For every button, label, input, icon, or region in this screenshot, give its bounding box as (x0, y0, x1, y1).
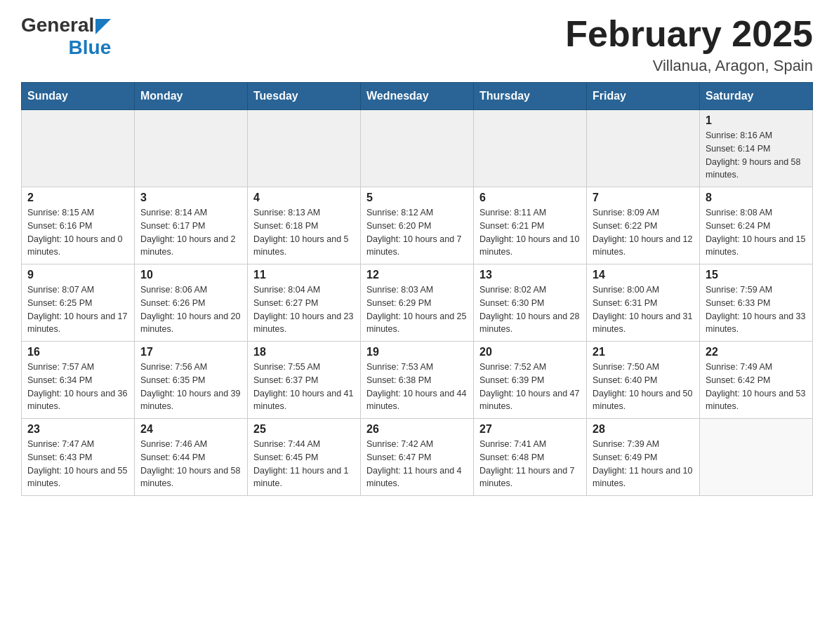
day-info-text: Daylight: 10 hours and 23 minutes. (253, 310, 355, 337)
day-number: 24 (140, 423, 241, 436)
day-info-text: Daylight: 10 hours and 39 minutes. (140, 387, 241, 414)
day-info-text: Daylight: 10 hours and 33 minutes. (706, 310, 807, 337)
day-number: 21 (593, 346, 694, 358)
day-info-text: Sunset: 6:43 PM (27, 451, 128, 464)
day-info-text: Daylight: 10 hours and 47 minutes. (479, 387, 581, 414)
day-info-text: Sunset: 6:47 PM (366, 451, 468, 464)
day-info-text: Sunset: 6:37 PM (253, 374, 355, 387)
day-info-text: Sunset: 6:25 PM (27, 297, 128, 310)
day-info-text: Sunrise: 7:52 AM (479, 361, 581, 374)
day-info-text: Daylight: 10 hours and 20 minutes. (140, 310, 241, 337)
day-number: 19 (366, 346, 468, 358)
calendar-cell: 2Sunrise: 8:15 AMSunset: 6:16 PMDaylight… (22, 187, 135, 264)
day-number: 25 (253, 423, 355, 436)
calendar-title: February 2025 (565, 14, 813, 54)
day-info-text: Sunrise: 8:15 AM (27, 206, 128, 220)
day-number: 12 (366, 269, 468, 281)
day-info-text: Daylight: 10 hours and 15 minutes. (706, 233, 807, 260)
day-info-text: Sunset: 6:35 PM (140, 374, 241, 387)
day-info-text: Sunrise: 8:13 AM (253, 206, 355, 220)
day-info-text: Sunset: 6:49 PM (593, 451, 694, 464)
calendar-week-row: 1Sunrise: 8:16 AMSunset: 6:14 PMDaylight… (22, 110, 813, 187)
calendar-subtitle: Villanua, Aragon, Spain (565, 57, 813, 75)
day-info-text: Sunset: 6:42 PM (706, 374, 807, 387)
day-number: 3 (140, 192, 241, 204)
day-info-text: Daylight: 10 hours and 55 minutes. (27, 464, 128, 491)
weekday-header-row: SundayMondayTuesdayWednesdayThursdayFrid… (22, 83, 813, 110)
calendar-cell: 22Sunrise: 7:49 AMSunset: 6:42 PMDayligh… (700, 342, 813, 419)
weekday-header-tuesday: Tuesday (248, 83, 361, 110)
day-info-text: Sunrise: 8:03 AM (366, 283, 468, 297)
logo-general: General (21, 14, 94, 36)
day-info-text: Daylight: 10 hours and 0 minutes. (27, 233, 128, 260)
logo-blue: Blue (69, 36, 112, 58)
day-number: 8 (706, 192, 807, 204)
day-info-text: Daylight: 10 hours and 28 minutes. (479, 310, 581, 337)
day-info-text: Sunset: 6:39 PM (479, 374, 581, 387)
calendar-cell: 20Sunrise: 7:52 AMSunset: 6:39 PMDayligh… (474, 342, 587, 419)
day-info-text: Sunrise: 7:56 AM (140, 361, 241, 374)
day-info-text: Sunset: 6:40 PM (593, 374, 694, 387)
calendar-week-row: 2Sunrise: 8:15 AMSunset: 6:16 PMDaylight… (22, 187, 813, 264)
calendar-cell: 23Sunrise: 7:47 AMSunset: 6:43 PMDayligh… (22, 419, 135, 496)
day-info-text: Sunset: 6:14 PM (706, 142, 807, 156)
day-info-text: Daylight: 10 hours and 50 minutes. (593, 387, 694, 414)
day-number: 22 (706, 346, 807, 358)
weekday-header-thursday: Thursday (474, 83, 587, 110)
day-info-text: Sunset: 6:33 PM (706, 297, 807, 310)
calendar-cell (587, 110, 700, 187)
day-info-text: Daylight: 10 hours and 7 minutes. (366, 233, 468, 260)
calendar-cell (22, 110, 135, 187)
day-info-text: Daylight: 10 hours and 31 minutes. (593, 310, 694, 337)
calendar-cell: 21Sunrise: 7:50 AMSunset: 6:40 PMDayligh… (587, 342, 700, 419)
logo-triangle-icon (95, 19, 111, 34)
day-number: 15 (706, 269, 807, 281)
day-info-text: Sunrise: 7:42 AM (366, 438, 468, 451)
calendar-cell: 5Sunrise: 8:12 AMSunset: 6:20 PMDaylight… (361, 187, 474, 264)
day-info-text: Daylight: 10 hours and 17 minutes. (27, 310, 128, 337)
calendar-cell: 17Sunrise: 7:56 AMSunset: 6:35 PMDayligh… (135, 342, 248, 419)
day-info-text: Daylight: 9 hours and 58 minutes. (706, 156, 807, 182)
day-info-text: Sunrise: 7:59 AM (706, 283, 807, 297)
day-number: 2 (27, 192, 128, 204)
calendar-cell: 4Sunrise: 8:13 AMSunset: 6:18 PMDaylight… (248, 187, 361, 264)
day-info-text: Sunrise: 8:11 AM (479, 206, 581, 220)
calendar-cell: 9Sunrise: 8:07 AMSunset: 6:25 PMDaylight… (22, 264, 135, 342)
day-number: 9 (27, 269, 128, 281)
calendar-cell (361, 110, 474, 187)
day-info-text: Sunset: 6:29 PM (366, 297, 468, 310)
day-info-text: Sunrise: 7:55 AM (253, 361, 355, 374)
day-number: 26 (366, 423, 468, 436)
day-info-text: Sunset: 6:16 PM (27, 220, 128, 233)
day-info-text: Sunrise: 8:08 AM (706, 206, 807, 220)
day-info-text: Sunrise: 8:07 AM (27, 283, 128, 297)
day-info-text: Sunrise: 8:02 AM (479, 283, 581, 297)
calendar-week-row: 23Sunrise: 7:47 AMSunset: 6:43 PMDayligh… (22, 419, 813, 496)
weekday-header-friday: Friday (587, 83, 700, 110)
calendar-week-row: 9Sunrise: 8:07 AMSunset: 6:25 PMDaylight… (22, 264, 813, 342)
day-info-text: Sunset: 6:48 PM (479, 451, 581, 464)
day-info-text: Sunrise: 7:57 AM (27, 361, 128, 374)
calendar-cell: 24Sunrise: 7:46 AMSunset: 6:44 PMDayligh… (135, 419, 248, 496)
calendar-cell: 15Sunrise: 7:59 AMSunset: 6:33 PMDayligh… (700, 264, 813, 342)
day-number: 1 (706, 114, 807, 127)
day-info-text: Daylight: 10 hours and 2 minutes. (140, 233, 241, 260)
calendar-cell: 16Sunrise: 7:57 AMSunset: 6:34 PMDayligh… (22, 342, 135, 419)
day-number: 18 (253, 346, 355, 358)
day-info-text: Sunset: 6:34 PM (27, 374, 128, 387)
day-info-text: Sunrise: 7:46 AM (140, 438, 241, 451)
page-header: General Blue February 2025 Villanua, Ara… (21, 14, 813, 75)
day-info-text: Sunset: 6:26 PM (140, 297, 241, 310)
day-info-text: Daylight: 10 hours and 12 minutes. (593, 233, 694, 260)
day-info-text: Sunrise: 7:49 AM (706, 361, 807, 374)
day-info-text: Sunset: 6:21 PM (479, 220, 581, 233)
day-info-text: Sunset: 6:18 PM (253, 220, 355, 233)
calendar-cell: 8Sunrise: 8:08 AMSunset: 6:24 PMDaylight… (700, 187, 813, 264)
calendar-week-row: 16Sunrise: 7:57 AMSunset: 6:34 PMDayligh… (22, 342, 813, 419)
day-info-text: Sunrise: 8:12 AM (366, 206, 468, 220)
calendar-cell: 6Sunrise: 8:11 AMSunset: 6:21 PMDaylight… (474, 187, 587, 264)
weekday-header-saturday: Saturday (700, 83, 813, 110)
calendar-cell (700, 419, 813, 496)
day-info-text: Sunrise: 7:47 AM (27, 438, 128, 451)
day-number: 5 (366, 192, 468, 204)
